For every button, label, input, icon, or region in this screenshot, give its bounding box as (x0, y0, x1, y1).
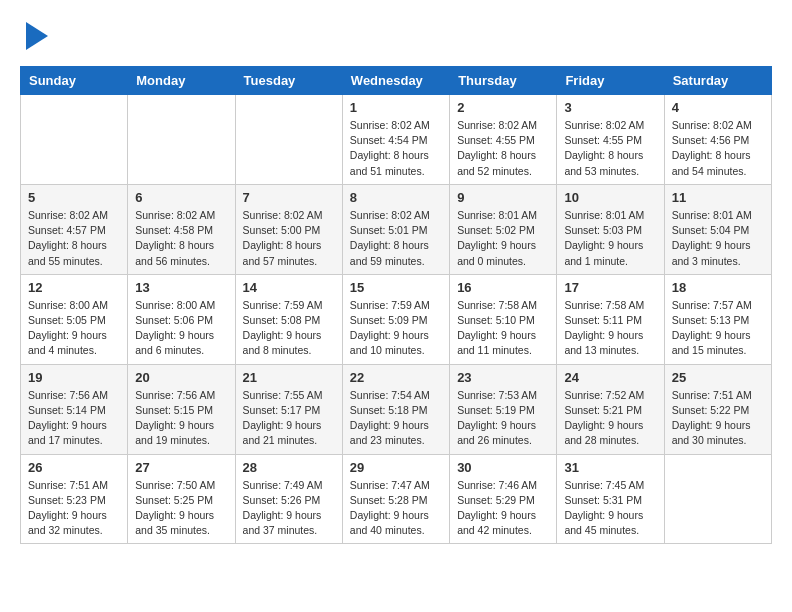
day-number: 23 (457, 370, 549, 385)
day-info: Sunrise: 7:58 AM Sunset: 5:11 PM Dayligh… (564, 298, 656, 359)
calendar-cell (128, 95, 235, 185)
calendar-cell: 25Sunrise: 7:51 AM Sunset: 5:22 PM Dayli… (664, 364, 771, 454)
calendar-week-row: 5Sunrise: 8:02 AM Sunset: 4:57 PM Daylig… (21, 184, 772, 274)
calendar-cell: 9Sunrise: 8:01 AM Sunset: 5:02 PM Daylig… (450, 184, 557, 274)
day-number: 11 (672, 190, 764, 205)
calendar-cell: 30Sunrise: 7:46 AM Sunset: 5:29 PM Dayli… (450, 454, 557, 544)
day-info: Sunrise: 8:00 AM Sunset: 5:05 PM Dayligh… (28, 298, 120, 359)
logo-icon (26, 22, 48, 50)
day-number: 30 (457, 460, 549, 475)
calendar-cell: 29Sunrise: 7:47 AM Sunset: 5:28 PM Dayli… (342, 454, 449, 544)
day-info: Sunrise: 7:56 AM Sunset: 5:14 PM Dayligh… (28, 388, 120, 449)
day-info: Sunrise: 7:57 AM Sunset: 5:13 PM Dayligh… (672, 298, 764, 359)
calendar-cell (21, 95, 128, 185)
day-info: Sunrise: 7:50 AM Sunset: 5:25 PM Dayligh… (135, 478, 227, 539)
calendar-cell: 27Sunrise: 7:50 AM Sunset: 5:25 PM Dayli… (128, 454, 235, 544)
day-number: 2 (457, 100, 549, 115)
calendar-cell: 26Sunrise: 7:51 AM Sunset: 5:23 PM Dayli… (21, 454, 128, 544)
calendar-cell: 10Sunrise: 8:01 AM Sunset: 5:03 PM Dayli… (557, 184, 664, 274)
calendar-week-row: 19Sunrise: 7:56 AM Sunset: 5:14 PM Dayli… (21, 364, 772, 454)
day-number: 24 (564, 370, 656, 385)
day-info: Sunrise: 7:52 AM Sunset: 5:21 PM Dayligh… (564, 388, 656, 449)
day-number: 9 (457, 190, 549, 205)
calendar-cell: 3Sunrise: 8:02 AM Sunset: 4:55 PM Daylig… (557, 95, 664, 185)
calendar-week-row: 1Sunrise: 8:02 AM Sunset: 4:54 PM Daylig… (21, 95, 772, 185)
logo (20, 20, 48, 50)
day-number: 7 (243, 190, 335, 205)
day-number: 14 (243, 280, 335, 295)
calendar-cell: 12Sunrise: 8:00 AM Sunset: 5:05 PM Dayli… (21, 274, 128, 364)
day-number: 4 (672, 100, 764, 115)
calendar-cell: 7Sunrise: 8:02 AM Sunset: 5:00 PM Daylig… (235, 184, 342, 274)
day-info: Sunrise: 8:02 AM Sunset: 5:01 PM Dayligh… (350, 208, 442, 269)
day-number: 20 (135, 370, 227, 385)
weekday-header-saturday: Saturday (664, 67, 771, 95)
day-number: 13 (135, 280, 227, 295)
day-info: Sunrise: 7:45 AM Sunset: 5:31 PM Dayligh… (564, 478, 656, 539)
calendar-cell (664, 454, 771, 544)
day-number: 22 (350, 370, 442, 385)
calendar-cell: 6Sunrise: 8:02 AM Sunset: 4:58 PM Daylig… (128, 184, 235, 274)
calendar-cell: 14Sunrise: 7:59 AM Sunset: 5:08 PM Dayli… (235, 274, 342, 364)
day-number: 25 (672, 370, 764, 385)
day-number: 17 (564, 280, 656, 295)
day-info: Sunrise: 8:01 AM Sunset: 5:04 PM Dayligh… (672, 208, 764, 269)
calendar-cell: 5Sunrise: 8:02 AM Sunset: 4:57 PM Daylig… (21, 184, 128, 274)
day-number: 12 (28, 280, 120, 295)
calendar-cell: 17Sunrise: 7:58 AM Sunset: 5:11 PM Dayli… (557, 274, 664, 364)
calendar-cell: 23Sunrise: 7:53 AM Sunset: 5:19 PM Dayli… (450, 364, 557, 454)
day-number: 8 (350, 190, 442, 205)
calendar-cell: 31Sunrise: 7:45 AM Sunset: 5:31 PM Dayli… (557, 454, 664, 544)
day-number: 28 (243, 460, 335, 475)
day-number: 26 (28, 460, 120, 475)
calendar-cell: 16Sunrise: 7:58 AM Sunset: 5:10 PM Dayli… (450, 274, 557, 364)
day-info: Sunrise: 7:53 AM Sunset: 5:19 PM Dayligh… (457, 388, 549, 449)
weekday-header-monday: Monday (128, 67, 235, 95)
calendar-cell: 1Sunrise: 8:02 AM Sunset: 4:54 PM Daylig… (342, 95, 449, 185)
day-info: Sunrise: 7:55 AM Sunset: 5:17 PM Dayligh… (243, 388, 335, 449)
calendar-week-row: 12Sunrise: 8:00 AM Sunset: 5:05 PM Dayli… (21, 274, 772, 364)
day-info: Sunrise: 7:46 AM Sunset: 5:29 PM Dayligh… (457, 478, 549, 539)
day-number: 3 (564, 100, 656, 115)
calendar-cell: 18Sunrise: 7:57 AM Sunset: 5:13 PM Dayli… (664, 274, 771, 364)
calendar-cell: 21Sunrise: 7:55 AM Sunset: 5:17 PM Dayli… (235, 364, 342, 454)
day-number: 5 (28, 190, 120, 205)
calendar-cell: 4Sunrise: 8:02 AM Sunset: 4:56 PM Daylig… (664, 95, 771, 185)
day-number: 19 (28, 370, 120, 385)
weekday-header-wednesday: Wednesday (342, 67, 449, 95)
day-info: Sunrise: 7:56 AM Sunset: 5:15 PM Dayligh… (135, 388, 227, 449)
calendar-table: SundayMondayTuesdayWednesdayThursdayFrid… (20, 66, 772, 544)
day-info: Sunrise: 7:51 AM Sunset: 5:23 PM Dayligh… (28, 478, 120, 539)
calendar-cell: 24Sunrise: 7:52 AM Sunset: 5:21 PM Dayli… (557, 364, 664, 454)
day-info: Sunrise: 7:59 AM Sunset: 5:08 PM Dayligh… (243, 298, 335, 359)
weekday-header-thursday: Thursday (450, 67, 557, 95)
day-info: Sunrise: 8:02 AM Sunset: 4:57 PM Dayligh… (28, 208, 120, 269)
weekday-header-sunday: Sunday (21, 67, 128, 95)
calendar-cell: 11Sunrise: 8:01 AM Sunset: 5:04 PM Dayli… (664, 184, 771, 274)
day-info: Sunrise: 7:59 AM Sunset: 5:09 PM Dayligh… (350, 298, 442, 359)
day-number: 16 (457, 280, 549, 295)
day-info: Sunrise: 8:02 AM Sunset: 4:56 PM Dayligh… (672, 118, 764, 179)
calendar-cell: 15Sunrise: 7:59 AM Sunset: 5:09 PM Dayli… (342, 274, 449, 364)
day-info: Sunrise: 8:02 AM Sunset: 4:54 PM Dayligh… (350, 118, 442, 179)
page-header (20, 20, 772, 50)
calendar-cell: 19Sunrise: 7:56 AM Sunset: 5:14 PM Dayli… (21, 364, 128, 454)
day-info: Sunrise: 7:54 AM Sunset: 5:18 PM Dayligh… (350, 388, 442, 449)
day-number: 6 (135, 190, 227, 205)
day-number: 15 (350, 280, 442, 295)
calendar-cell: 28Sunrise: 7:49 AM Sunset: 5:26 PM Dayli… (235, 454, 342, 544)
weekday-header-row: SundayMondayTuesdayWednesdayThursdayFrid… (21, 67, 772, 95)
day-info: Sunrise: 8:02 AM Sunset: 4:55 PM Dayligh… (457, 118, 549, 179)
day-number: 27 (135, 460, 227, 475)
day-number: 21 (243, 370, 335, 385)
svg-marker-0 (26, 22, 48, 50)
weekday-header-friday: Friday (557, 67, 664, 95)
day-info: Sunrise: 7:47 AM Sunset: 5:28 PM Dayligh… (350, 478, 442, 539)
weekday-header-tuesday: Tuesday (235, 67, 342, 95)
day-info: Sunrise: 8:01 AM Sunset: 5:02 PM Dayligh… (457, 208, 549, 269)
calendar-cell (235, 95, 342, 185)
day-info: Sunrise: 8:02 AM Sunset: 4:55 PM Dayligh… (564, 118, 656, 179)
day-number: 29 (350, 460, 442, 475)
calendar-week-row: 26Sunrise: 7:51 AM Sunset: 5:23 PM Dayli… (21, 454, 772, 544)
day-number: 1 (350, 100, 442, 115)
